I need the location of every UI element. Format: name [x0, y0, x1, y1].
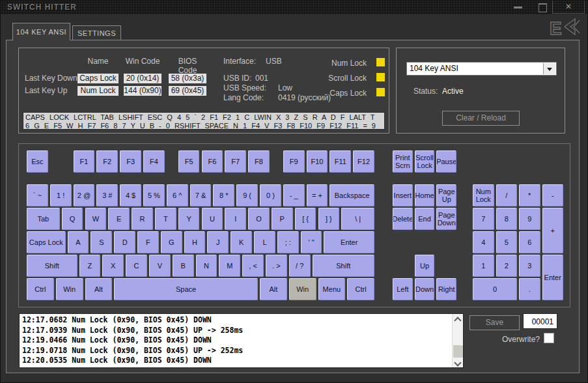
key-space[interactable]: Space: [114, 278, 258, 300]
key-caps-lock[interactable]: Caps Lock: [27, 231, 66, 253]
save-counter-field[interactable]: 00001: [523, 313, 557, 329]
key-1[interactable]: 1: [473, 255, 494, 277]
key-symbol[interactable]: ' ": [301, 231, 322, 253]
key-esc[interactable]: Esc: [27, 150, 48, 173]
maximize-icon[interactable]: [539, 3, 547, 12]
key-f1[interactable]: F1: [74, 150, 95, 173]
key-page-up[interactable]: Page Up: [436, 184, 456, 206]
key-i[interactable]: I: [225, 208, 246, 230]
key-insert[interactable]: Insert: [393, 184, 413, 206]
save-button[interactable]: Save: [469, 315, 520, 330]
key-4[interactable]: 4: [473, 231, 494, 253]
key-3[interactable]: 3 #: [96, 184, 118, 206]
key-9[interactable]: 9 (: [236, 184, 258, 206]
key-up[interactable]: Up: [415, 255, 435, 277]
key-d[interactable]: D: [114, 231, 135, 253]
key-k[interactable]: K: [231, 231, 252, 253]
clear-reload-button[interactable]: Clear / Reload: [442, 111, 520, 126]
key-symbol[interactable]: ] }: [318, 208, 340, 230]
key-8[interactable]: 8 *: [213, 184, 234, 206]
key-symbol[interactable]: .: [519, 278, 540, 300]
key-f12[interactable]: F12: [353, 150, 374, 173]
close-icon[interactable]: ✕: [552, 1, 585, 14]
key-f2[interactable]: F2: [96, 150, 118, 173]
key-p[interactable]: P: [272, 208, 293, 230]
scroll-up-icon[interactable]: [455, 316, 460, 320]
key-f9[interactable]: F9: [283, 150, 305, 173]
key-0[interactable]: 0 ): [260, 184, 281, 206]
key-num-lock[interactable]: Num Lock: [473, 184, 494, 206]
scrollbar-thumb[interactable]: [453, 345, 463, 358]
overwrite-checkbox[interactable]: [544, 333, 554, 343]
key-s[interactable]: S: [91, 231, 112, 253]
key-symbol[interactable]: [ {: [295, 208, 316, 230]
key-symbol[interactable]: / ?: [289, 255, 311, 277]
key-v[interactable]: V: [149, 255, 171, 277]
key-menu[interactable]: Menu: [318, 278, 346, 300]
key-alt[interactable]: Alt: [260, 278, 287, 300]
key-symbol[interactable]: = +: [307, 184, 328, 206]
key-scroll-lock[interactable]: Scroll Lock: [415, 150, 435, 173]
key-7[interactable]: 7: [473, 208, 494, 230]
key-f11[interactable]: F11: [329, 150, 351, 173]
key-y[interactable]: Y: [178, 208, 200, 230]
key-t[interactable]: T: [155, 208, 176, 230]
tab-104-key-ansi[interactable]: 104 KEY ANSI: [12, 23, 70, 40]
key-f5[interactable]: F5: [178, 150, 200, 173]
key-win[interactable]: Win: [56, 278, 83, 300]
key-5[interactable]: 5: [496, 231, 518, 253]
key-m[interactable]: M: [219, 255, 240, 277]
layout-select[interactable]: 104 Key ANSI: [406, 62, 557, 76]
key-7[interactable]: 7 &: [190, 184, 212, 206]
key-enter[interactable]: Enter: [542, 255, 564, 300]
key-4[interactable]: 4 $: [120, 184, 141, 206]
key-0[interactable]: 0: [473, 278, 517, 300]
key-r[interactable]: R: [132, 208, 153, 230]
key-f10[interactable]: F10: [307, 150, 328, 173]
minimize-icon[interactable]: [514, 7, 522, 8]
key-symbol[interactable]: -: [542, 184, 564, 206]
key-shift[interactable]: Shift: [313, 255, 374, 277]
key-backspace[interactable]: Backspace: [329, 184, 374, 206]
key-o[interactable]: O: [248, 208, 270, 230]
key-2[interactable]: 2 @: [74, 184, 95, 206]
key-h[interactable]: H: [184, 231, 206, 253]
key-win-untested[interactable]: Win: [289, 278, 316, 300]
key-b[interactable]: B: [173, 255, 194, 277]
key-shift[interactable]: Shift: [27, 255, 77, 277]
key-delete[interactable]: Delete: [393, 208, 413, 230]
key-8[interactable]: 8: [496, 208, 518, 230]
key-e[interactable]: E: [108, 208, 130, 230]
key-symbol[interactable]: - _: [283, 184, 305, 206]
key-l[interactable]: L: [254, 231, 275, 253]
key-f7[interactable]: F7: [225, 150, 246, 173]
key-n[interactable]: N: [196, 255, 217, 277]
key-home[interactable]: Home: [415, 184, 435, 206]
chevron-down-icon[interactable]: [543, 63, 555, 74]
scroll-down-icon[interactable]: [455, 361, 460, 365]
key-j[interactable]: J: [207, 231, 229, 253]
key-alt[interactable]: Alt: [85, 278, 113, 300]
key-ctrl[interactable]: Ctrl: [27, 278, 54, 300]
key-6[interactable]: 6: [519, 231, 540, 253]
key-z[interactable]: Z: [79, 255, 101, 277]
key-symbol[interactable]: /: [496, 184, 518, 206]
key-end[interactable]: End: [415, 208, 435, 230]
key-q[interactable]: Q: [62, 208, 83, 230]
key-6[interactable]: 6 ^: [167, 184, 188, 206]
key-5[interactable]: 5 %: [143, 184, 165, 206]
key-2[interactable]: 2: [496, 255, 518, 277]
key-3[interactable]: 3: [519, 255, 540, 277]
key-1[interactable]: 1 !: [50, 184, 72, 206]
key-left[interactable]: Left: [393, 278, 413, 300]
key-f3[interactable]: F3: [120, 150, 141, 173]
tab-settings[interactable]: SETTINGS: [72, 25, 121, 40]
key-print-scrn[interactable]: Print Scrn: [393, 150, 413, 173]
key-f6[interactable]: F6: [202, 150, 223, 173]
key-symbol[interactable]: \ |: [341, 208, 374, 230]
key-page-down[interactable]: Page Down: [436, 208, 456, 230]
key-ctrl[interactable]: Ctrl: [347, 278, 374, 300]
key-f[interactable]: F: [137, 231, 159, 253]
key-c[interactable]: C: [126, 255, 147, 277]
key-9[interactable]: 9: [519, 208, 540, 230]
